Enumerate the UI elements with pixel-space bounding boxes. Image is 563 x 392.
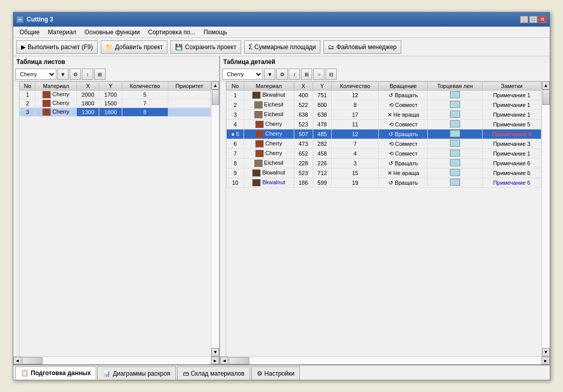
table-row[interactable]: 3 Cherry 1300 1800 8 [20,108,211,117]
row-edge [428,178,482,188]
row-material: Cherry [244,120,294,129]
scroll-thumb[interactable] [543,90,550,105]
row-material: Cherry [244,129,294,139]
scroll-track[interactable] [542,90,550,348]
hscroll-track[interactable] [21,357,211,364]
table-row[interactable]: 9 Bkwalnut 523 712 15 ✕ Не враща Примеча… [227,168,542,178]
right-filter-icon[interactable]: ▼ [264,69,275,80]
edge-box [450,111,460,118]
title-bar-left: ✂ Cutting 3 [16,16,53,23]
row-material: Cherry [35,108,77,117]
close-button[interactable]: ✕ [538,16,547,23]
window-title: Cutting 3 [27,16,53,23]
sigma-icon: Σ [249,43,252,51]
hscroll-right[interactable]: ► [211,357,219,364]
table-row[interactable]: 3 Eichesil 638 638 17 ✕ Не враща Примеча… [227,110,542,120]
row-rotation: ↺ Вращать [379,129,428,139]
row-x: 186 [294,178,313,188]
table-row[interactable]: 6 Cherry 473 282 7 ⟲ Совмест Примечание … [227,139,542,149]
tab-data-prep-icon: 📋 [21,369,29,377]
table-row[interactable]: 1 Cherry 2000 1700 5 [20,91,211,99]
row-y: 458 [313,149,332,159]
row-y: 638 [313,110,332,120]
row-priority [168,91,211,99]
hscroll-right[interactable]: ► [542,357,550,364]
table-row[interactable]: ● 5 Cherry 507 485 12 ↺ Вращать Примечан… [227,129,542,139]
row-no: 9 [227,168,244,178]
row-x: 523 [294,168,313,178]
tab-warehouse[interactable]: 🗃 Склад материалов [177,366,250,380]
left-hscrollbar[interactable]: ◄ ► [13,356,219,364]
right-panel-inner: No Материал X Y Количество Вращение Торц… [220,81,550,356]
menu-sort[interactable]: Сортировка по... [144,28,199,37]
left-scrollbar[interactable]: ▲ ▼ [211,81,219,356]
row-material: Bkwalnut [244,91,294,100]
material-color [42,91,51,98]
hscroll-thumb[interactable] [229,357,249,364]
tab-data-prep[interactable]: 📋 Подготовка данных [15,366,96,380]
right-extra-icon1[interactable]: ○ [313,69,324,80]
left-col-x: X [77,82,99,91]
row-rotation: ↺ Вращать [379,159,428,168]
right-table: No Материал X Y Количество Вращение Торц… [226,81,542,188]
tab-settings[interactable]: ⚙ Настройки [251,366,300,380]
menu-material[interactable]: Материал [44,28,80,37]
menu-help[interactable]: Помощь [200,28,231,37]
table-row[interactable]: 2 Eichesil 522 800 8 ⟲ Совмест Примечани… [227,100,542,110]
minimize-button[interactable]: _ [520,16,528,23]
scroll-down[interactable]: ▼ [211,348,219,356]
table-row[interactable]: 7 Cherry 652 458 4 ⟲ Совмест Примечание … [227,149,542,159]
material-color [255,130,264,138]
left-table: No Материал X Y Количество Приоритет 1 [19,81,211,117]
left-filter-icon[interactable]: ▼ [57,69,69,80]
scroll-up[interactable]: ▲ [542,81,550,90]
hscroll-left[interactable]: ◄ [220,357,228,364]
right-col-material: Материал [244,82,294,91]
right-extra-icon2[interactable]: ⊟ [326,69,337,80]
row-x: 638 [294,110,313,120]
scroll-thumb[interactable] [212,90,219,105]
right-sort-icon[interactable]: ↕ [289,69,300,80]
calculate-button[interactable]: ▶ Выполнить расчет (F9) [16,40,98,54]
right-scrollbar[interactable]: ▲ ▼ [542,81,550,356]
right-hscrollbar[interactable]: ◄ ► [220,356,550,364]
scroll-up[interactable]: ▲ [211,81,219,90]
main-window: ✂ Cutting 3 _ □ ✕ Общие Материал Основны… [13,12,550,380]
left-col-y: Y [99,82,122,91]
table-row[interactable]: 10 Bkwalnut 186 599 19 ↺ Вращать Примеча… [227,178,542,188]
scroll-down[interactable]: ▼ [542,348,550,356]
hscroll-thumb[interactable] [22,357,42,364]
row-edge [428,139,482,149]
right-settings-icon[interactable]: ⚙ [276,69,288,80]
hscroll-track[interactable] [228,357,542,364]
right-layout-icon[interactable]: ⊞ [301,69,312,80]
table-row[interactable]: 1 Bkwalnut 400 751 12 ↺ Вращать Примечан… [227,91,542,100]
summary-areas-button[interactable]: Σ Суммарные площади [244,40,321,54]
left-layout-icon[interactable]: ⊞ [94,69,105,80]
add-project-button[interactable]: 📁 Добавить проект [101,40,168,54]
row-note: Примечание 6 [482,178,541,188]
right-table-wrap[interactable]: No Материал X Y Количество Вращение Торц… [226,81,542,356]
menu-general[interactable]: Общие [15,28,44,37]
table-row[interactable]: 4 Cherry 523 478 11 ⟲ Совмест Примечание… [227,120,542,129]
right-panel: Таблица деталей Cherry ▼ ⚙ ↕ ⊞ ○ ⊟ [220,56,550,364]
table-row[interactable]: 2 Cherry 1800 1500 7 [20,99,211,108]
table-row[interactable]: 8 Eichesil 228 226 3 ↺ Вращать Примечани… [227,159,542,168]
left-settings-icon[interactable]: ⚙ [70,69,81,80]
row-qty: 12 [332,129,379,139]
row-no: 1 [227,91,244,100]
hscroll-left[interactable]: ◄ [13,357,21,364]
file-manager-button[interactable]: 🗂 Файловый менеджер [323,40,401,54]
material-color [254,160,263,167]
left-table-wrap[interactable]: No Материал X Y Количество Приоритет 1 [19,81,211,356]
scroll-track[interactable] [211,90,219,348]
maximize-button[interactable]: □ [529,16,537,23]
right-material-dropdown[interactable]: Cherry [222,69,263,80]
tab-diagrams[interactable]: 📊 Диаграммы раскроя [97,366,176,380]
menu-functions[interactable]: Основные функции [80,28,144,37]
row-no: 1 [20,91,35,99]
save-project-button[interactable]: 💾 Сохранить проект [170,40,241,54]
row-material: Eichesil [244,159,294,168]
left-sort-icon[interactable]: ↕ [82,69,93,80]
left-material-dropdown[interactable]: Cherry [15,69,56,80]
